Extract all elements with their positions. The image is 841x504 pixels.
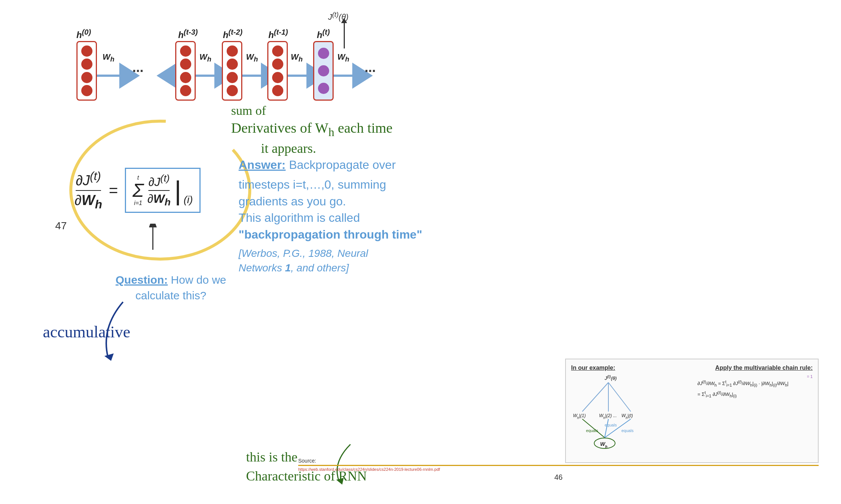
svg-text:equals: equals	[605, 423, 617, 427]
answer-block: Answer: Backpropagate over timesteps i=t…	[239, 157, 455, 275]
svg-text:Wh|(t): Wh|(t)	[621, 413, 633, 420]
svg-text:equals: equals	[621, 428, 634, 433]
svg-line-6	[608, 382, 631, 412]
svg-text:equals: equals	[586, 428, 598, 433]
wh-label-4: Wh	[291, 52, 303, 63]
dots-right: ...	[365, 60, 376, 75]
nn-node	[81, 85, 92, 96]
nn-node	[81, 59, 92, 70]
small-diagram-left-title: In our example:	[571, 365, 615, 371]
ht-label: h(t)	[317, 28, 330, 40]
small-diagram-body: J(t)(θ) Wh|(1) Wh|(2) Wh|(t) ... equals …	[571, 374, 813, 449]
small-diagram-svg: Wh|(1) Wh|(2) Wh|(t) ... equals equals e…	[571, 374, 686, 449]
arrow-body	[97, 75, 119, 77]
nn-node	[227, 45, 238, 57]
ht1-label: h(t-1)	[268, 28, 288, 40]
ht2-label: h(t-2)	[223, 28, 242, 40]
small-diagram-headers: In our example: Apply the multivariable …	[571, 365, 813, 371]
dots-left: ...	[132, 60, 144, 75]
answer-line-3: gradients as you go.	[239, 193, 455, 210]
nn-node-purple	[318, 65, 329, 76]
nn-node	[180, 45, 191, 57]
small-diagram: In our example: Apply the multivariable …	[565, 359, 819, 463]
nn-node	[272, 72, 283, 83]
source-page-number: 46	[298, 473, 819, 482]
nn-box-ht3	[175, 41, 196, 101]
h0-label: h(0)	[76, 28, 91, 40]
subscript-i: (i)	[184, 194, 193, 206]
small-diagram-right-formula: = 1 ∂J(t)/∂Wh = Σti=1 ∂J(t)/∂Wh|(i) · |∂…	[697, 374, 813, 398]
wh-label-5: Wh	[337, 52, 349, 63]
arrow-body	[242, 75, 261, 77]
small-diagram-left-graph: J(t)(θ) Wh|(1) Wh|(2) Wh|(t) ... equals …	[571, 374, 686, 449]
small-diagram-right-title: Apply the multivariable chain rule:	[715, 365, 813, 371]
answer-label: Answer:	[239, 158, 286, 171]
accumulative-label: accumulative	[43, 322, 130, 341]
nn-node-purple	[318, 83, 329, 94]
nn-node	[227, 59, 238, 70]
svg-line-4	[582, 382, 608, 412]
nn-box-ht1	[267, 41, 288, 101]
nn-node	[227, 85, 238, 96]
source-label: Source:	[298, 458, 819, 464]
nn-node	[180, 59, 191, 70]
nn-node	[81, 45, 92, 57]
up-arrow-head	[341, 18, 347, 23]
up-arrow-shaft	[344, 22, 345, 48]
formula-lhs: ∂J(t) ∂Wh	[75, 169, 102, 211]
svg-line-12	[605, 419, 608, 438]
formula-container: ∂J(t) ∂Wh = t Σ i=1 ∂J(t) ∂Wh | (i)	[75, 168, 201, 213]
nn-node	[272, 59, 283, 70]
wh-label-3: Wh	[246, 52, 258, 63]
answer-line-2: timesteps i=t,…,0, summing	[239, 176, 455, 193]
answer-text-1: Backpropagate over	[289, 158, 396, 171]
answer-line-1: Answer: Backpropagate over	[239, 157, 455, 173]
arrow-body	[196, 75, 214, 77]
nn-box-h0	[76, 41, 97, 101]
ht3-label: h(t-3)	[178, 28, 198, 40]
svg-text:Wh: Wh	[600, 441, 607, 449]
sum-limits: t Σ i=1	[133, 174, 144, 207]
chain-rule-formula-1: ∂J(t)/∂Wh = Σti=1 ∂J(t)/∂Wh|(i) · |∂Wh|(…	[697, 379, 813, 387]
citation-1: [Werbos, P.G., 1988, Neural	[239, 246, 455, 261]
nn-node-purple	[318, 48, 329, 59]
eval-bar: |	[174, 177, 182, 204]
nn-box-ht	[313, 41, 334, 101]
nn-node	[81, 72, 92, 83]
rnn-diagram: J(t)(θ) h(0) Wh ... h(t-3) Wh h(t-	[22, 7, 395, 104]
nn-node	[272, 85, 283, 96]
source-block: Source: https://web.stanford.edu/class/c…	[298, 458, 819, 482]
source-url: https://web.stanford.edu/class/cs224n/sl…	[298, 467, 819, 472]
nn-box-ht2	[222, 41, 242, 101]
answer-line-4: This algorithm is called	[239, 210, 455, 226]
citation-2: Networks 1, and others]	[239, 261, 455, 275]
svg-text:...: ...	[613, 413, 617, 418]
bptt-label: "backpropagation through time"	[239, 226, 455, 243]
arrow-body	[334, 75, 352, 77]
nn-node	[272, 45, 283, 57]
wh-label-2: Wh	[199, 52, 211, 63]
svg-text:Wh|(2): Wh|(2)	[599, 413, 612, 420]
question-label: Question:	[116, 274, 168, 286]
nn-node	[227, 72, 238, 83]
arrow-body	[288, 75, 306, 77]
chain-rule-formula-2: = Σti=1 ∂J(t)/∂Wh|(i)	[697, 390, 813, 398]
formula-sum-frac: ∂J(t) ∂Wh	[148, 173, 171, 208]
svg-marker-3	[104, 353, 114, 361]
source-line-bar	[298, 465, 819, 466]
formula-rhs-box: t Σ i=1 ∂J(t) ∂Wh | (i)	[125, 168, 201, 213]
wh-label-1: Wh	[103, 52, 114, 63]
arrow-tri-left	[157, 63, 177, 89]
nn-node	[180, 85, 191, 96]
equals-1-label: = 1	[697, 374, 813, 379]
nn-node	[180, 72, 191, 83]
formula-question-arrow	[142, 224, 164, 253]
svg-text:Wh|(1): Wh|(1)	[573, 413, 586, 420]
equals-sign: =	[109, 182, 118, 199]
